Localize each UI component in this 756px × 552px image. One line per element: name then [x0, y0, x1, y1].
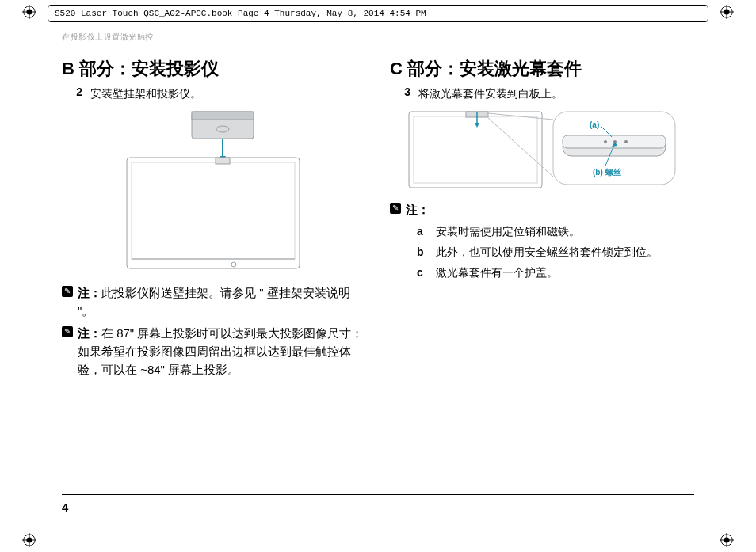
- book-header-bar: S520 Laser Touch QSC_A02-APCC.book Page …: [48, 5, 708, 22]
- note-label: 注：: [78, 286, 101, 299]
- registration-mark-icon: [22, 533, 36, 547]
- sub-text: 安装时需使用定位销和磁铁。: [436, 223, 580, 241]
- note-label: 注：: [78, 326, 101, 340]
- callout-b-text: (b) 螺丝: [593, 168, 621, 177]
- page-number: 4: [62, 501, 68, 514]
- sub-item-c: c 激光幕套件有一个护盖。: [417, 265, 694, 282]
- note-text: 在 87" 屏幕上投影时可以达到最大投影图像尺寸；如果希望在投影图像四周留出边框…: [78, 326, 363, 377]
- book-header-text: S520 Laser Touch QSC_A02-APCC.book Page …: [55, 9, 426, 18]
- sub-letter: c: [417, 265, 426, 282]
- note-text: 此投影仪附送壁挂架。请参见 " 壁挂架安装说明 "。: [78, 286, 350, 318]
- note-3: 注：: [406, 200, 694, 219]
- svg-point-36: [604, 140, 607, 143]
- registration-mark-icon: [720, 533, 734, 547]
- svg-rect-27: [414, 116, 537, 183]
- step-number: 3: [401, 86, 410, 102]
- note-icon: [62, 286, 73, 297]
- figure-laser-curtain-kit: (a) (b) 螺丝: [390, 110, 694, 189]
- column-left: B 部分：安装投影仪 2 安装壁挂架和投影仪。: [62, 57, 366, 379]
- sub-item-a: a 安装时需使用定位销和磁铁。: [417, 223, 694, 241]
- sub-text: 此外，也可以使用安全螺丝将套件锁定到位。: [436, 244, 658, 261]
- sub-letter: a: [417, 223, 426, 241]
- step-number: 2: [73, 86, 82, 102]
- page-body: 在投影仪上设置激光触控 B 部分：安装投影仪 2 安装壁挂架和投影仪。: [62, 32, 694, 520]
- sub-text: 激光幕套件有一个护盖。: [436, 265, 558, 282]
- callout-a-text: (a): [590, 120, 599, 129]
- svg-rect-25: [216, 158, 230, 164]
- sub-item-b: b 此外，也可以使用安全螺丝将套件锁定到位。: [417, 244, 694, 261]
- note-2: 注：在 87" 屏幕上投影时可以达到最大投影图像尺寸；如果希望在投影图像四周留出…: [78, 324, 366, 379]
- step-text: 将激光幕套件安装到白板上。: [418, 86, 563, 102]
- note-1: 注：此投影仪附送壁挂架。请参见 " 壁挂架安装说明 "。: [78, 284, 366, 321]
- section-c-title: C 部分：安装激光幕套件: [390, 57, 694, 81]
- running-head: 在投影仪上设置激光触控: [62, 32, 694, 43]
- note-icon: [390, 203, 401, 214]
- sub-letter: b: [417, 244, 426, 261]
- svg-rect-22: [132, 162, 295, 259]
- column-right: C 部分：安装激光幕套件 3 将激光幕套件安装到白板上。: [390, 57, 694, 379]
- registration-mark-icon: [720, 5, 734, 19]
- svg-rect-17: [192, 112, 254, 120]
- note-label: 注：: [406, 203, 430, 216]
- svg-point-38: [624, 140, 628, 143]
- section-b-title: B 部分：安装投影仪: [62, 57, 366, 81]
- step-text: 安装壁挂架和投影仪。: [90, 86, 201, 102]
- registration-mark-icon: [22, 5, 36, 19]
- footer-rule: [62, 494, 694, 495]
- note-icon: [62, 326, 73, 337]
- figure-projector-mount: [62, 110, 366, 272]
